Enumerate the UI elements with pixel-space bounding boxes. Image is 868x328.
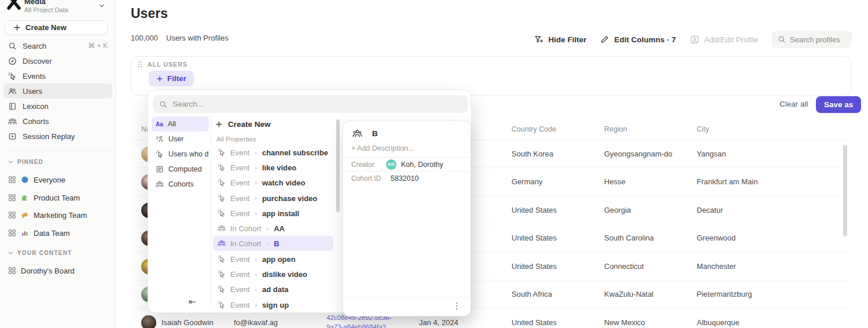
workspace-project: All Project Data: [24, 6, 68, 13]
pinned-section-header[interactable]: PINNED: [0, 158, 43, 166]
menu-create-new-button[interactable]: Create New: [215, 117, 271, 131]
profile-card-icon: [690, 35, 700, 45]
edit-columns-button[interactable]: Edit Columns · 7: [600, 35, 676, 44]
menu-search-box[interactable]: [153, 95, 468, 113]
menu-item-event-like-video[interactable]: Event›like video: [213, 160, 333, 175]
add-edit-profile-button[interactable]: Add/Edit Profile: [690, 35, 758, 45]
category-user[interactable]: User: [152, 132, 209, 147]
creator-avatar: KD: [386, 159, 396, 170]
funnel-plus-icon: [534, 35, 543, 44]
drag-handle-icon[interactable]: [138, 61, 142, 68]
globe-icon: [21, 176, 29, 184]
add-filter-button[interactable]: Filter: [149, 71, 194, 86]
col-region[interactable]: Region: [604, 125, 627, 133]
sidebar-item-events[interactable]: Events: [3, 68, 112, 83]
sidebar-board-data-team[interactable]: Data Team: [3, 225, 112, 241]
event-cursor-icon: [218, 209, 226, 217]
category-cohorts[interactable]: Cohorts: [152, 177, 209, 192]
sidebar-item-cohorts[interactable]: Cohorts: [3, 114, 112, 129]
bar-chart-icon: [21, 229, 29, 237]
sidebar-board-everyone[interactable]: Everyone: [3, 172, 112, 188]
cohorts-icon: [156, 180, 164, 188]
board-grid-icon: [8, 211, 16, 219]
col-city[interactable]: City: [697, 125, 709, 133]
book-icon: [8, 102, 17, 111]
profile-count-row: 100,000 Users with Profiles: [131, 34, 229, 42]
category-users-who-did[interactable]: Users who di...: [152, 147, 209, 162]
menu-item-event-dislike-video[interactable]: Event›dislike video: [213, 267, 333, 282]
menu-item-event-purchase-video[interactable]: Event›purchase video: [213, 191, 333, 206]
menu-search-input[interactable]: [172, 100, 461, 108]
puzzle-icon: [21, 194, 29, 202]
menu-item-event-app-install[interactable]: Event›app install: [213, 206, 333, 221]
sidebar-item-lexicon[interactable]: Lexicon: [3, 99, 112, 114]
cohorts-icon: [218, 224, 226, 232]
creator-row: Creator KD Koh, Dorothy: [351, 158, 465, 171]
event-cursor-icon: [218, 194, 226, 202]
megaphone-icon: [21, 211, 29, 219]
search-icon: [778, 35, 786, 43]
sidebar-item-search[interactable]: Search ⌘ + K: [3, 38, 112, 53]
filter-group-label: ALL USERS: [148, 61, 187, 68]
search-profiles-box[interactable]: [772, 31, 852, 48]
pencil-icon: [600, 35, 609, 44]
chevron-down-icon: [8, 250, 13, 256]
event-cursor-icon: [218, 178, 226, 187]
menu-item-event-sign-up[interactable]: Event›sign up: [213, 297, 333, 312]
user-props-icon: [156, 135, 164, 143]
cohort-detail-popover: B + Add Description... Creator KD Koh, D…: [343, 121, 471, 316]
menu-item-cohort-b[interactable]: In Cohort›B: [213, 236, 333, 251]
search-profiles-input[interactable]: [790, 35, 848, 44]
sidebar-item-users[interactable]: Users: [3, 83, 112, 99]
event-cursor-icon: [218, 255, 226, 263]
collapse-panel-icon[interactable]: ⇤: [189, 297, 196, 307]
menu-item-event-ad-data[interactable]: Event›ad data: [213, 282, 333, 297]
plus-icon: [215, 121, 223, 128]
menu-item-event-channel-subscribe[interactable]: Event›channel subscribe: [213, 145, 333, 160]
event-cursor-icon: [218, 285, 226, 293]
menu-item-event-app-open[interactable]: Event›app open: [213, 252, 333, 267]
menu-item-event-watch-video[interactable]: Event›watch video: [213, 175, 333, 190]
plus-icon: [156, 75, 163, 82]
board-grid-icon: [8, 229, 16, 237]
users-icon: [8, 87, 17, 96]
menu-section-label: All Properties: [216, 136, 256, 143]
sidebar-board-marketing-team[interactable]: Marketing Team: [3, 207, 112, 223]
sidebar-board-dorothys-board[interactable]: Dorothy's Board: [3, 263, 112, 279]
board-grid-icon: [8, 176, 16, 184]
event-cursor-icon: [156, 150, 164, 158]
sidebar-item-session-replay[interactable]: Session Replay: [3, 129, 112, 144]
more-options-icon[interactable]: ⋮: [453, 301, 461, 311]
sidebar-divider: [5, 150, 111, 151]
popover-divider: [343, 297, 470, 298]
sidebar-board-product-team[interactable]: Product Team: [3, 189, 112, 206]
sidebar-item-discover[interactable]: Discover: [3, 53, 112, 68]
event-cursor-icon: [218, 163, 226, 172]
chevron-down-icon: [98, 2, 105, 9]
cohort-id-value: 5832010: [391, 174, 419, 183]
category-all[interactable]: Aa All: [152, 116, 209, 132]
workspace-switcher[interactable]: Media All Project Data: [0, 0, 116, 19]
clear-all-button[interactable]: Clear all: [779, 100, 808, 108]
hide-filter-button[interactable]: Hide Filter: [534, 35, 586, 44]
sidebar-nav: Search ⌘ + K Discover Events Users Lexic…: [3, 38, 112, 144]
profile-count-label[interactable]: Users with Profiles: [166, 34, 229, 42]
app-root: { "workspace": { "name": "Media", "proje…: [0, 0, 868, 328]
add-description-button[interactable]: + Add Description...: [351, 144, 414, 152]
page-title: Users: [131, 6, 168, 21]
sidebar: Media All Project Data Create New Search…: [0, 0, 116, 328]
cohort-title-row: B: [352, 126, 378, 140]
your-content-section-header[interactable]: YOUR CONTENT: [0, 249, 72, 257]
category-computed[interactable]: Computed: [152, 162, 209, 177]
create-new-button[interactable]: Create New: [5, 20, 108, 35]
replay-icon: [8, 132, 17, 141]
save-as-button[interactable]: Save as: [816, 96, 861, 113]
cohorts-icon: [8, 117, 17, 126]
col-country[interactable]: Country Code: [512, 125, 556, 133]
table-scrollbar[interactable]: [843, 145, 847, 236]
board-grid-icon: [8, 267, 16, 275]
cohort-name: B: [372, 129, 378, 138]
menu-item-cohort-aa[interactable]: In Cohort›AA: [213, 221, 333, 236]
aa-text-icon: Aa: [156, 121, 163, 127]
menu-list-scrollbar[interactable]: [336, 119, 340, 212]
